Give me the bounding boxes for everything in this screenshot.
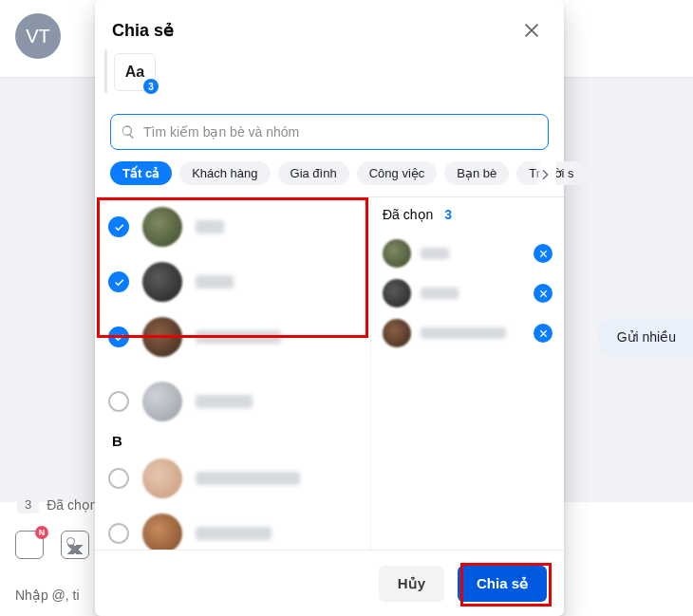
checkbox[interactable] <box>108 523 129 544</box>
selected-count: 3 <box>444 207 452 222</box>
selected-title-text: Đã chọn <box>383 207 433 222</box>
chevron-right-icon <box>537 167 553 182</box>
composer-icons <box>15 531 89 559</box>
tag-customers[interactable]: Khách hàng <box>179 161 270 185</box>
avatar <box>142 513 182 550</box>
contact-name <box>196 330 281 344</box>
contact-name <box>196 472 300 485</box>
contact-row[interactable] <box>95 254 370 309</box>
sticker-icon[interactable] <box>15 531 44 559</box>
avatar <box>383 279 411 308</box>
selected-item <box>383 313 553 353</box>
dialog-header: Chia sẻ <box>95 0 564 51</box>
contact-list[interactable]: B <box>95 197 370 550</box>
check-icon <box>113 331 125 344</box>
close-icon <box>538 249 549 259</box>
checkbox[interactable] <box>108 468 129 489</box>
checkbox[interactable] <box>108 327 129 347</box>
bg-selected-count: 3 Đã chọn <box>17 495 98 513</box>
message-input-hint[interactable]: Nhập @, ti <box>15 588 80 603</box>
contact-row[interactable] <box>95 309 370 364</box>
section-letter: B <box>95 429 370 451</box>
tags-scroll-right[interactable] <box>534 161 556 188</box>
close-icon <box>538 289 549 299</box>
check-icon <box>113 276 125 289</box>
send-many-button[interactable]: Gửi nhiều <box>598 318 693 356</box>
bg-selected-label: Đã chọn <box>47 497 97 513</box>
close-icon <box>538 328 549 339</box>
avatar: VT <box>15 13 61 59</box>
check-icon <box>113 221 125 233</box>
contact-row[interactable] <box>95 374 370 429</box>
contact-name <box>196 220 224 233</box>
share-dialog: Chia sẻ Aa 3 Tất cả Khách hàng Gia đình … <box>95 0 564 616</box>
dialog-body: B Đã chọn 3 <box>95 197 564 550</box>
checkbox[interactable] <box>108 216 129 237</box>
avatar <box>142 382 182 421</box>
tag-work[interactable]: Công việc <box>357 161 438 185</box>
quote-bar <box>104 49 107 93</box>
image-icon[interactable] <box>61 531 89 559</box>
selected-panel: Đã chọn 3 <box>370 197 564 550</box>
contact-row[interactable] <box>95 203 370 254</box>
checkbox[interactable] <box>108 271 129 292</box>
selected-name <box>421 327 506 339</box>
contact-row[interactable] <box>95 451 370 506</box>
close-button[interactable] <box>516 15 547 46</box>
text-style-chip[interactable]: Aa 3 <box>114 53 156 91</box>
checkbox[interactable] <box>108 391 129 412</box>
message-preview: Aa 3 <box>95 51 564 106</box>
contact-name <box>196 527 272 540</box>
share-submit-button[interactable]: Chia sẻ <box>458 566 547 602</box>
contact-name <box>196 275 234 289</box>
search-field[interactable] <box>110 114 549 150</box>
close-icon <box>521 20 542 41</box>
avatar <box>142 458 182 498</box>
tag-friends[interactable]: Bạn bè <box>444 161 509 185</box>
selected-name <box>421 288 459 299</box>
avatar <box>383 239 411 268</box>
bg-selected-number: 3 <box>17 495 39 513</box>
selected-item <box>383 273 553 313</box>
contact-row[interactable] <box>95 506 370 550</box>
avatar <box>142 317 182 357</box>
selected-title: Đã chọn 3 <box>383 207 553 222</box>
cancel-button[interactable]: Hủy <box>379 566 444 602</box>
remove-button[interactable] <box>534 244 553 263</box>
selected-item <box>383 233 553 273</box>
contact-name <box>196 395 253 408</box>
tag-all[interactable]: Tất cả <box>110 161 172 185</box>
avatar <box>383 319 411 347</box>
tag-family[interactable]: Gia đình <box>278 161 349 185</box>
dialog-footer: Hủy Chia sẻ <box>95 550 564 616</box>
search-input[interactable] <box>143 124 538 140</box>
remove-button[interactable] <box>534 284 553 303</box>
selected-name <box>421 248 449 259</box>
avatar <box>142 262 182 302</box>
remove-button[interactable] <box>534 324 553 343</box>
dialog-title: Chia sẻ <box>112 20 174 41</box>
avatar <box>142 207 182 247</box>
text-style-badge: 3 <box>143 79 159 94</box>
tag-filter-row: Tất cả Khách hàng Gia đình Công việc Bạn… <box>95 161 564 196</box>
text-style-label: Aa <box>125 64 144 81</box>
search-icon <box>121 124 136 140</box>
